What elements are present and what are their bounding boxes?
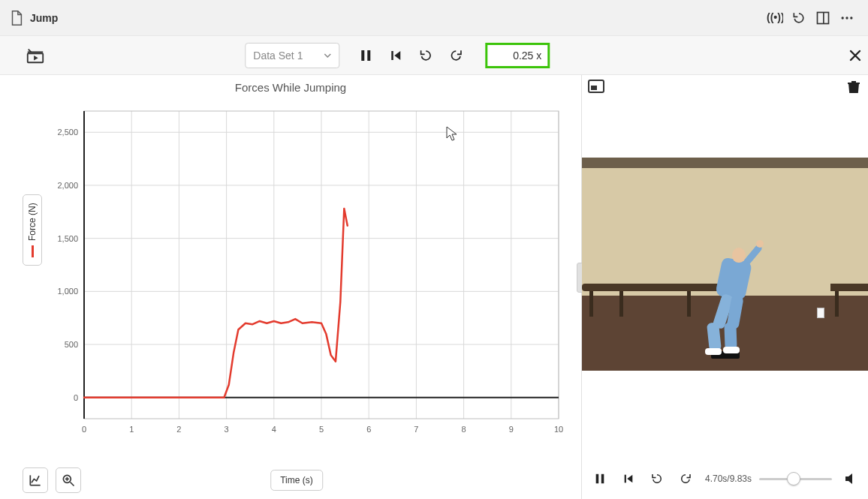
- svg-rect-54: [625, 475, 626, 483]
- more-icon[interactable]: [835, 6, 859, 30]
- zoom-button[interactable]: [56, 467, 81, 493]
- svg-text:2,000: 2,000: [57, 181, 78, 190]
- svg-point-3: [842, 17, 844, 19]
- svg-text:0: 0: [82, 425, 86, 434]
- dataset-select-label: Data Set 1: [253, 50, 303, 62]
- video-frame[interactable]: [582, 158, 868, 371]
- svg-text:4: 4: [272, 425, 276, 434]
- chevron-down-icon: [324, 52, 331, 59]
- chart-area[interactable]: 01234567891005001,0001,5002,0002,500 For…: [26, 104, 568, 462]
- svg-text:((•)): ((•)): [767, 11, 783, 23]
- svg-text:1,500: 1,500: [57, 234, 78, 243]
- svg-text:6: 6: [366, 425, 371, 434]
- svg-text:1,000: 1,000: [57, 287, 78, 296]
- svg-text:10: 10: [554, 425, 563, 434]
- volume-icon[interactable]: [839, 468, 860, 489]
- svg-text:2: 2: [176, 425, 181, 434]
- skip-start-button[interactable]: [383, 43, 408, 68]
- pause-button[interactable]: [353, 43, 378, 68]
- svg-text:2,500: 2,500: [57, 128, 78, 137]
- playback-rate-value: 0.25 x: [513, 50, 541, 62]
- y-axis-text: Force (N): [27, 203, 38, 241]
- delete-icon[interactable]: [847, 80, 860, 95]
- step-back-button[interactable]: [413, 43, 439, 68]
- video-sync-icon[interactable]: [23, 43, 48, 68]
- main-split: Forces While Jumping 01234567891005001,0…: [0, 75, 868, 499]
- svg-rect-52: [596, 474, 599, 483]
- pip-icon[interactable]: [588, 80, 604, 93]
- svg-rect-8: [367, 50, 370, 61]
- video-scrubber[interactable]: [759, 468, 832, 489]
- svg-rect-7: [361, 50, 364, 61]
- step-forward-button[interactable]: [443, 43, 469, 68]
- svg-text:0: 0: [74, 393, 78, 402]
- playback-rate-input[interactable]: 0.25 x: [485, 43, 550, 68]
- video-pane: 4.70s/9.83s: [581, 75, 868, 499]
- layout-icon[interactable]: [811, 6, 835, 30]
- undo-icon[interactable]: [787, 6, 811, 30]
- svg-text:1: 1: [129, 425, 134, 434]
- svg-text:500: 500: [65, 340, 78, 349]
- svg-text:8: 8: [462, 425, 466, 434]
- chart-svg: 01234567891005001,0001,5002,0002,500: [26, 104, 566, 462]
- svg-rect-51: [848, 83, 860, 84]
- live-readout-icon[interactable]: ((•)): [763, 6, 787, 30]
- document-title: Jump: [30, 12, 58, 24]
- app-bar: Jump ((•)): [0, 0, 868, 36]
- video-skip-start-button[interactable]: [618, 468, 639, 489]
- svg-rect-9: [391, 51, 393, 60]
- svg-rect-53: [601, 474, 604, 483]
- video-controls: 4.70s/9.83s: [582, 458, 868, 499]
- video-subject: [702, 248, 762, 360]
- toolbar: Data Set 1 0.25 x: [0, 36, 868, 75]
- svg-point-5: [850, 17, 852, 19]
- dataset-select[interactable]: Data Set 1: [245, 43, 339, 68]
- chart-pane: Forces While Jumping 01234567891005001,0…: [0, 75, 581, 499]
- document-icon: [9, 10, 24, 26]
- x-axis-label-button[interactable]: Time (s): [270, 470, 323, 491]
- x-axis-text: Time (s): [280, 475, 313, 485]
- video-step-forward-button[interactable]: [675, 468, 696, 489]
- y-axis-label-button[interactable]: Force (N): [23, 194, 42, 266]
- svg-line-48: [71, 482, 74, 486]
- svg-text:9: 9: [509, 425, 514, 434]
- svg-point-4: [845, 17, 848, 19]
- close-button[interactable]: [848, 49, 862, 62]
- video-time-label: 4.70s/9.83s: [705, 473, 752, 484]
- chart-title: Forces While Jumping: [0, 81, 581, 98]
- svg-text:7: 7: [414, 425, 418, 434]
- svg-text:5: 5: [319, 425, 324, 434]
- graph-tools-button[interactable]: [23, 467, 48, 493]
- svg-text:3: 3: [225, 425, 229, 434]
- series-color-swatch: [32, 245, 34, 257]
- video-pause-button[interactable]: [589, 468, 610, 489]
- video-step-back-button[interactable]: [646, 468, 668, 489]
